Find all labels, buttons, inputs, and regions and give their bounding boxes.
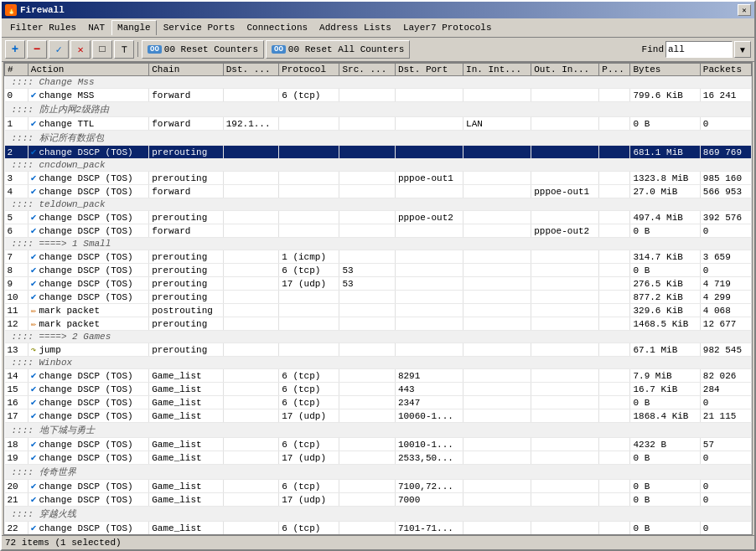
remove-button[interactable]: − — [27, 40, 47, 59]
menu-connections[interactable]: Connections — [241, 21, 313, 34]
table-row[interactable]: :::: ====> 2 Games — [5, 331, 752, 343]
table-row[interactable]: 20✔change DSCP (TOS)Game_list6 (tcp)7100… — [5, 480, 752, 493]
col-dst: Dst. ... — [223, 64, 278, 76]
cell-num: 8 — [5, 264, 28, 277]
action-icon: ✔ — [31, 440, 37, 450]
table-row[interactable]: :::: cncdown_pack — [5, 159, 752, 172]
table-row[interactable]: :::: teldown_pack — [5, 198, 752, 211]
cell-packets: 4 719 — [700, 277, 751, 291]
table-row[interactable]: 11✏mark packetpostrouting329.6 KiB4 068 — [5, 304, 752, 317]
table-row[interactable]: 12✏mark packetprerouting1468.5 KiB12 677 — [5, 317, 752, 331]
cell-packets: 0 — [700, 224, 751, 238]
add-button[interactable]: + — [5, 40, 25, 59]
cell-dst — [223, 480, 278, 493]
table-row[interactable]: :::: 标记所有数据包 — [5, 131, 752, 146]
action-icon: ✔ — [31, 213, 37, 223]
cell-chain: Game_list — [149, 383, 223, 396]
table-row[interactable]: 18✔change DSCP (TOS)Game_list6 (tcp)1001… — [5, 438, 752, 451]
table-row[interactable]: :::: Change Mss — [5, 76, 752, 89]
cell-dst — [223, 343, 278, 357]
table-row[interactable]: 4✔change DSCP (TOS)forwardpppoe-out127.0… — [5, 185, 752, 198]
table-row[interactable]: 14✔change DSCP (TOS)Game_list6 (tcp)8291… — [5, 369, 752, 383]
app-icon: 🔥 — [5, 4, 17, 16]
table-container[interactable]: # Action Chain Dst. ... Protocol Src. ..… — [3, 62, 753, 535]
table-row[interactable]: :::: 传奇世界 — [5, 465, 752, 480]
action-icon: ✔ — [31, 495, 37, 505]
table-row[interactable]: 16✔change DSCP (TOS)Game_list6 (tcp)2347… — [5, 396, 752, 409]
cell-src: 53 — [339, 277, 395, 291]
table-row[interactable]: :::: 穿越火线 — [5, 507, 752, 522]
cell-protocol — [279, 146, 339, 159]
menu-nat[interactable]: NAT — [83, 21, 110, 34]
find-input[interactable] — [665, 41, 733, 58]
table-row[interactable]: 8✔change DSCP (TOS)prerouting6 (tcp)530 … — [5, 264, 752, 277]
cell-chain: Game_list — [149, 438, 223, 451]
cell-out-int: pppoe-out2 — [531, 224, 599, 238]
table-row[interactable]: :::: 防止内网2级路由 — [5, 102, 752, 117]
cell-action: ✔change DSCP (TOS) — [28, 396, 148, 409]
table-row[interactable]: :::: ====> 1 Small — [5, 238, 752, 250]
table-row[interactable]: 1✔change TTLforward192.1...LAN0 B0 — [5, 117, 752, 131]
table-row[interactable]: 3✔change DSCP (TOS)preroutingpppoe-out11… — [5, 172, 752, 185]
table-row[interactable]: 21✔change DSCP (TOS)Game_list17 (udp)700… — [5, 493, 752, 507]
cell-chain: Game_list — [149, 480, 223, 493]
menu-service-ports[interactable]: Service Ports — [158, 21, 241, 34]
action-icon: ✏ — [31, 319, 37, 329]
close-button[interactable]: ✕ — [738, 4, 751, 16]
table-row[interactable]: 6✔change DSCP (TOS)forwardpppoe-out20 B0 — [5, 224, 752, 238]
table-row[interactable]: :::: 地下城与勇士 — [5, 423, 752, 438]
cell-action: ✔change DSCP (TOS) — [28, 409, 148, 423]
table-row[interactable]: 19✔change DSCP (TOS)Game_list17 (udp)253… — [5, 451, 752, 465]
copy-button[interactable]: □ — [92, 40, 112, 59]
menu-address-lists[interactable]: Address Lists — [314, 21, 396, 34]
table-row[interactable]: 5✔change DSCP (TOS)preroutingpppoe-out24… — [5, 211, 752, 224]
menu-layer7-protocols[interactable]: Layer7 Protocols — [398, 21, 497, 34]
table-row[interactable]: :::: Winbox — [5, 357, 752, 369]
reset-counters-button[interactable]: OO 00 Reset Counters — [142, 40, 264, 59]
cell-protocol: 17 (udp) — [279, 409, 339, 423]
cell-dst-port — [395, 277, 463, 291]
group-header-label: :::: 地下城与勇士 — [5, 423, 752, 438]
table-row[interactable]: 15✔change DSCP (TOS)Game_list6 (tcp)4431… — [5, 383, 752, 396]
cell-dst-port: pppoe-out2 — [395, 211, 463, 224]
table-row[interactable]: 9✔change DSCP (TOS)prerouting17 (udp)532… — [5, 277, 752, 291]
cell-in-int — [463, 343, 531, 357]
col-src: Src. ... — [339, 64, 395, 76]
group-header-label: :::: cncdown_pack — [5, 159, 752, 172]
cell-in-int — [463, 250, 531, 264]
cell-p — [599, 291, 630, 304]
table-row[interactable]: 13↷jumpprerouting67.1 MiB982 545 — [5, 343, 752, 357]
table-row[interactable]: 7✔change DSCP (TOS)prerouting1 (icmp)314… — [5, 250, 752, 264]
menu-filter-rules[interactable]: Filter Rules — [5, 21, 81, 34]
table-row[interactable]: 0✔change MSSforward6 (tcp)799.6 KiB16 24… — [5, 89, 752, 102]
cell-in-int — [463, 438, 531, 451]
cell-protocol — [279, 343, 339, 357]
table-row[interactable]: 2✔change DSCP (TOS)prerouting681.1 MiB86… — [5, 146, 752, 159]
cell-dst — [223, 146, 278, 159]
check-button[interactable]: ✓ — [49, 40, 69, 59]
cross-button[interactable]: ✕ — [70, 40, 91, 59]
cell-bytes: 681.1 MiB — [630, 146, 700, 159]
cell-p — [599, 522, 630, 535]
cell-p — [599, 264, 630, 277]
filter-button[interactable]: ⊤ — [114, 40, 134, 59]
menu-mangle[interactable]: Mangle — [111, 20, 157, 35]
group-header-label: :::: ====> 1 Small — [5, 238, 752, 250]
cell-src: 53 — [339, 264, 395, 277]
reset-all-counters-button[interactable]: OO 00 Reset All Counters — [266, 40, 410, 59]
action-icon: ✔ — [31, 119, 37, 129]
col-bytes: Bytes — [630, 64, 700, 76]
cell-out-int — [531, 396, 599, 409]
cell-src — [339, 185, 395, 198]
remove-icon: − — [34, 43, 40, 56]
find-dropdown[interactable]: ▼ — [734, 41, 751, 58]
cell-chain: forward — [149, 185, 223, 198]
table-row[interactable]: 17✔change DSCP (TOS)Game_list17 (udp)100… — [5, 409, 752, 423]
cell-out-int — [531, 117, 599, 131]
table-row[interactable]: 10✔change DSCP (TOS)prerouting877.2 KiB4… — [5, 291, 752, 304]
table-row[interactable]: 22✔change DSCP (TOS)Game_list6 (tcp)7101… — [5, 522, 752, 535]
cell-in-int — [463, 396, 531, 409]
cell-out-int — [531, 89, 599, 102]
cell-dst-port — [395, 117, 463, 131]
cell-bytes: 0 B — [630, 522, 700, 535]
